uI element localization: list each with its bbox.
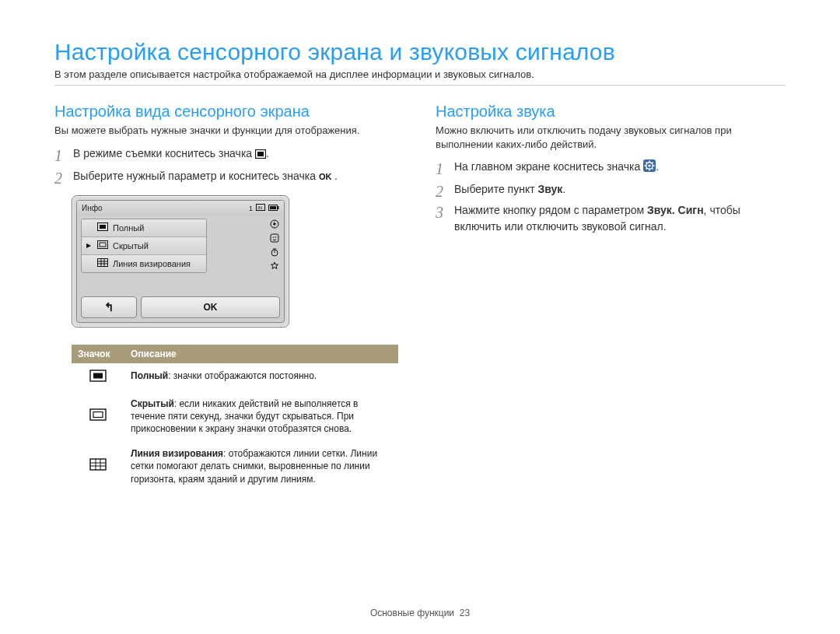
right-step-1-text: На главном экране коснитесь значка [454, 160, 643, 173]
device-screenshot: Инфо 1 IN [72, 195, 289, 328]
back-arrow-icon: ↰ [104, 300, 114, 314]
display-mode-icon [255, 147, 266, 163]
svg-text:IN: IN [257, 205, 262, 210]
left-step-2-tail: . [334, 170, 338, 182]
hidden-cell-icon [72, 391, 124, 442]
svg-line-41 [652, 168, 653, 169]
right-step-1-tail: . [656, 160, 659, 173]
flash-icon [270, 219, 279, 230]
svg-line-40 [646, 162, 647, 163]
svg-rect-18 [271, 234, 278, 242]
right-lead: Можно включить или отключить подачу звук… [436, 124, 786, 151]
right-step-3: Нажмите кнопку рядом с параметром Звук. … [436, 202, 786, 235]
right-step-3-bold: Звук. Сигн [647, 204, 704, 216]
full-cell-icon [72, 363, 124, 391]
svg-line-42 [652, 162, 653, 163]
svg-rect-25 [93, 373, 103, 378]
svg-rect-9 [100, 225, 106, 229]
svg-point-19 [273, 236, 275, 238]
stabilization-icon [270, 261, 279, 272]
svg-text:OK: OK [319, 172, 332, 181]
full-row-icon [97, 222, 108, 233]
memory-icon: IN [256, 204, 265, 212]
hidden-cell-desc: Скрытый: если никаких действий не выполн… [124, 391, 398, 442]
table-head-icon: Значок [72, 345, 124, 363]
svg-rect-27 [93, 412, 103, 417]
left-step-1: В режиме съемки коснитесь значка . [54, 145, 404, 163]
hidden-row-icon [97, 240, 108, 250]
device-status-count: 1 [249, 205, 253, 212]
svg-rect-6 [270, 206, 276, 209]
right-step-1: На главном экране коснитесь значка . [436, 159, 786, 177]
left-lead: Вы можете выбрать нужные значки и функци… [54, 124, 404, 138]
settings-gear-icon [643, 159, 656, 177]
right-heading: Настройка звука [436, 103, 786, 121]
svg-rect-26 [90, 409, 106, 420]
right-step-2-bold: Звук [537, 183, 562, 195]
page-title: Настройка сенсорного экрана и звуковых с… [54, 39, 786, 65]
right-step-2-tail: . [562, 183, 565, 195]
svg-point-20 [275, 236, 277, 238]
face-icon [270, 233, 279, 244]
table-row: Полный: значки отображаются постоянно. [72, 363, 398, 391]
intro-text: В этом разделе описывается настройка ото… [54, 68, 786, 80]
battery-icon [268, 205, 279, 212]
device-ok-button: OK [141, 296, 280, 318]
table-head-desc: Описание [124, 345, 398, 363]
device-back-button: ↰ [81, 296, 137, 318]
svg-rect-12 [98, 259, 108, 267]
grid-cell-icon [72, 441, 124, 492]
device-row-hidden: Скрытый [82, 237, 206, 255]
right-step-2: Выберите пункт Звук. [436, 181, 786, 198]
svg-point-35 [649, 164, 651, 166]
svg-line-43 [646, 168, 647, 169]
divider [54, 85, 786, 86]
timer-icon [270, 247, 279, 258]
footer-page-number: 23 [460, 608, 470, 618]
device-row-full-label: Полный [113, 223, 144, 233]
device-side-icons [270, 219, 279, 272]
table-row: Скрытый: если никаких действий не выполн… [72, 391, 398, 442]
device-row-full: Полный [82, 219, 206, 237]
left-step-2-text: Выберите нужный параметр и коснитесь зна… [73, 170, 319, 182]
grid-cell-desc: Линия визирования: отображаются линии се… [124, 441, 398, 492]
full-cell-desc: Полный: значки отображаются постоянно. [124, 363, 398, 391]
svg-rect-10 [98, 241, 108, 249]
device-row-grid: Линия визирования [82, 255, 206, 272]
table-row: Линия визирования: отображаются линии се… [72, 441, 398, 492]
ok-touch-icon: OK [319, 170, 334, 186]
right-step-3-text: Нажмите кнопку рядом с параметром [454, 204, 647, 216]
device-row-hidden-label: Скрытый [113, 241, 149, 250]
left-step-1-text: В режиме съемки коснитесь значка [73, 147, 255, 159]
svg-rect-11 [100, 243, 106, 247]
device-row-grid-label: Линия визирования [113, 259, 191, 268]
grid-row-icon [97, 258, 108, 268]
page-footer: Основные функции 23 [0, 608, 840, 618]
right-step-2-text: Выберите пункт [454, 183, 537, 195]
device-header-label: Инфо [82, 204, 103, 212]
svg-rect-1 [257, 152, 264, 156]
left-heading: Настройка вида сенсорного экрана [54, 103, 404, 121]
svg-rect-7 [278, 206, 279, 209]
icon-description-table: Значок Описание Полный: значки отображаю… [72, 345, 398, 492]
left-step-2: Выберите нужный параметр и коснитесь зна… [54, 168, 404, 186]
footer-section: Основные функции [370, 608, 454, 618]
svg-rect-28 [90, 459, 106, 470]
left-step-1-tail: . [266, 147, 269, 159]
